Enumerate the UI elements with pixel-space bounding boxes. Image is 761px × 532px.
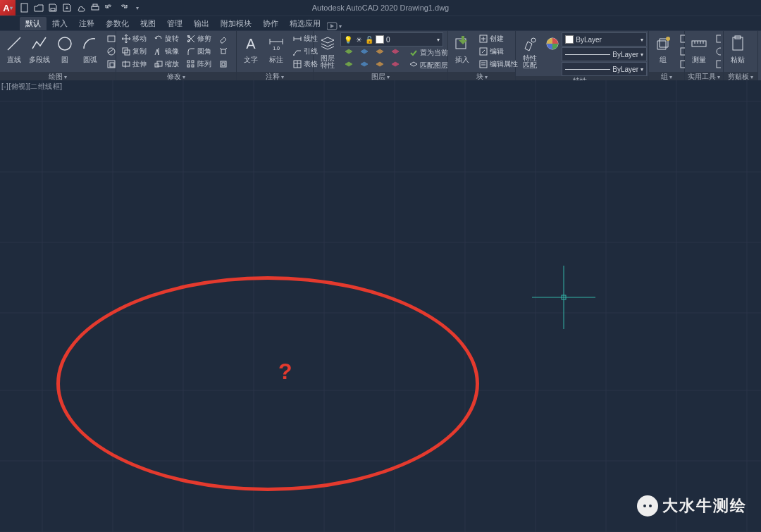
- polyline-icon: [30, 34, 49, 54]
- line-button[interactable]: 直线: [1, 32, 27, 70]
- svg-text:A: A: [246, 36, 256, 51]
- tab-collab[interactable]: 协作: [257, 17, 284, 30]
- qat-dropdown-icon[interactable]: ▾: [131, 1, 144, 14]
- svg-point-49: [531, 38, 536, 42]
- move-icon: [121, 34, 131, 44]
- layer-tool-7[interactable]: [373, 60, 387, 71]
- rotate-button[interactable]: 旋转: [151, 33, 181, 44]
- arc-button[interactable]: 圆弧: [78, 32, 103, 70]
- layer-tool-4[interactable]: [388, 47, 402, 58]
- group-button[interactable]: 组: [650, 32, 676, 70]
- tab-output[interactable]: 输出: [188, 17, 215, 30]
- ribbon-tabs: 默认 插入 注释 参数化 视图 管理 输出 附加模块 协作 精选应用 ▾: [0, 16, 761, 31]
- app-logo[interactable]: A▾: [0, 0, 16, 16]
- open-icon[interactable]: [32, 1, 45, 14]
- layer-tool-2[interactable]: [357, 47, 371, 58]
- tab-insert[interactable]: 插入: [47, 17, 73, 30]
- svg-text:1.0: 1.0: [273, 46, 280, 51]
- tab-play-icon[interactable]: ▾: [326, 22, 342, 30]
- lineweight-combo[interactable]: ByLayer▾: [562, 47, 647, 61]
- annotation-question: ?: [278, 359, 292, 385]
- tab-addins[interactable]: 附加模块: [215, 17, 257, 30]
- tab-manage[interactable]: 管理: [161, 17, 188, 30]
- layer-tool-8[interactable]: [388, 60, 402, 71]
- svg-line-25: [220, 48, 221, 49]
- copy-button[interactable]: 复制: [119, 46, 149, 57]
- print-icon[interactable]: [89, 1, 101, 14]
- mirror-button[interactable]: 镜像: [151, 46, 181, 57]
- circle-icon: [55, 34, 75, 54]
- cloud-icon[interactable]: [75, 1, 87, 14]
- tab-annotate[interactable]: 注释: [73, 17, 100, 30]
- scale-button[interactable]: 缩放: [151, 58, 181, 70]
- panel-block: 插入 创建 编辑 编辑属性 块 ▾: [448, 31, 516, 82]
- line-icon: [4, 34, 24, 54]
- util-tool-1[interactable]: [713, 33, 723, 44]
- layer-tool-6[interactable]: [357, 60, 371, 71]
- paste-button[interactable]: 粘贴: [725, 32, 750, 70]
- layer-tool-3[interactable]: [373, 47, 387, 58]
- panel-groups: 组 组 ▾: [649, 31, 685, 82]
- polyline-button[interactable]: 多段线: [27, 32, 52, 70]
- panel-props: 特性匹配 ByLayer▾ ByLayer▾ ByLayer▾: [516, 31, 649, 82]
- title-bar: A▾ ▾ Autodesk AutoCAD 2020 Drawing1.dwg: [0, 0, 761, 16]
- create-block-button[interactable]: 创建: [476, 33, 520, 44]
- color-wheel-button[interactable]: [543, 32, 562, 70]
- match-layer-button[interactable]: 匹配图层: [407, 60, 450, 71]
- panel-utils: 测量 实用工具 ▾: [685, 31, 724, 82]
- rotate-icon: [154, 34, 163, 44]
- annotation-ellipse: [56, 276, 479, 491]
- layer-tool-5[interactable]: [342, 60, 356, 71]
- trim-button[interactable]: 修剪: [184, 33, 214, 44]
- panel-layers: 图层特性 💡 ☀ 🔓 0 ▾: [314, 31, 448, 82]
- insert-block-button[interactable]: 插入: [450, 32, 475, 70]
- move-button[interactable]: 移动: [119, 33, 149, 44]
- dim-button[interactable]: 1.0 标注: [264, 32, 289, 70]
- color-combo[interactable]: ByLayer▾: [562, 32, 647, 47]
- match-props-icon: [520, 34, 540, 54]
- layer-combo[interactable]: 💡 ☀ 🔓 0 ▾: [340, 32, 443, 47]
- make-current-button[interactable]: 置为当前: [407, 47, 450, 58]
- saveas-icon[interactable]: [61, 1, 73, 14]
- svg-rect-24: [221, 49, 225, 54]
- redo-icon[interactable]: [117, 1, 130, 14]
- tab-featured[interactable]: 精选应用: [284, 17, 326, 30]
- measure-button[interactable]: 测量: [686, 32, 712, 70]
- linetype-icon: [565, 69, 610, 70]
- match-props-button[interactable]: 特性匹配: [517, 32, 543, 70]
- edit-block-button[interactable]: 编辑: [476, 46, 520, 57]
- scale-icon: [154, 59, 163, 69]
- layer-props-button[interactable]: 图层特性: [315, 32, 340, 70]
- save-icon[interactable]: [47, 1, 59, 14]
- panel-modify: 移动 复制 拉伸 旋转 镜像 缩放 修剪 圆角 阵列 修改 ▾: [116, 31, 237, 82]
- tab-default[interactable]: 默认: [20, 17, 47, 30]
- cursor-crosshair: [532, 266, 595, 329]
- array-button[interactable]: 阵列: [184, 58, 214, 70]
- svg-rect-27: [221, 61, 226, 67]
- undo-icon[interactable]: [103, 1, 116, 14]
- new-icon[interactable]: [18, 1, 31, 14]
- fillet-icon: [186, 47, 196, 56]
- erase-icon[interactable]: [216, 33, 230, 44]
- circle-button[interactable]: 圆: [52, 32, 78, 70]
- layer-tool-1[interactable]: [342, 47, 356, 58]
- tab-parametric[interactable]: 参数化: [100, 17, 135, 30]
- create-icon: [478, 34, 488, 44]
- util-tool-3[interactable]: [713, 58, 723, 70]
- lock-icon: 🔓: [365, 35, 373, 44]
- stretch-button[interactable]: 拉伸: [119, 58, 149, 70]
- svg-point-51: [666, 37, 670, 41]
- explode-icon[interactable]: [216, 46, 230, 57]
- svg-rect-60: [717, 35, 721, 42]
- text-button[interactable]: A 文字: [238, 32, 264, 70]
- tab-view[interactable]: 视图: [135, 17, 161, 30]
- util-tool-2[interactable]: [713, 46, 723, 57]
- color-swatch-icon: [565, 35, 574, 44]
- offset-icon[interactable]: [216, 58, 230, 70]
- drawing-viewport[interactable]: [-][俯视][二维线框] ?: [0, 80, 761, 532]
- edit-attr-button[interactable]: 编辑属性: [476, 58, 520, 70]
- fillet-button[interactable]: 圆角: [184, 46, 214, 57]
- text-icon: A: [241, 34, 261, 54]
- linetype-combo[interactable]: ByLayer▾: [562, 62, 647, 76]
- color-wheel-icon: [543, 34, 562, 54]
